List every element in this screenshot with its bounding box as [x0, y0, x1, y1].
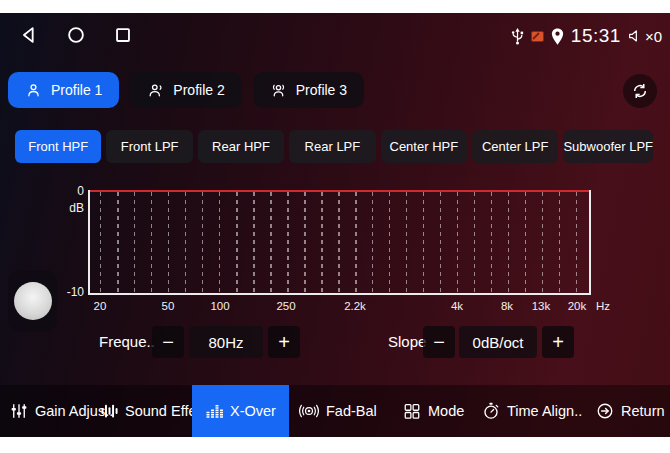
nav-label: Fad-Bal [326, 403, 377, 419]
volume-level: ×0 [645, 28, 662, 45]
refresh-icon [631, 82, 649, 100]
nav-label: Return [621, 403, 665, 419]
sound-effects-icon [100, 402, 118, 420]
knob-container [8, 270, 57, 332]
x-tick: 2.2k [344, 300, 366, 312]
y-axis-label: dB [56, 201, 84, 215]
tab-front-hpf[interactable]: Front HPF [15, 130, 101, 163]
tab-front-lpf[interactable]: Front LPF [106, 130, 192, 163]
x-tick: 8k [501, 300, 513, 312]
nav-sound-effects[interactable]: Sound Effe.. [100, 385, 205, 437]
filter-label: Front LPF [121, 139, 179, 154]
nav-return[interactable]: Return [596, 385, 665, 437]
filter-label: Subwoofer LPF [563, 139, 653, 154]
filter-label: Front HPF [28, 139, 88, 154]
recents-button[interactable] [110, 22, 136, 48]
x-tick: 50 [162, 300, 175, 312]
nav-label: X-Over [230, 403, 276, 419]
filter-label: Rear LPF [305, 139, 361, 154]
volume-status: ×0 [627, 28, 662, 45]
slope-minus-button[interactable]: − [423, 326, 455, 358]
person-icon [25, 82, 42, 99]
android-nav-keys [16, 22, 136, 48]
profile-label: Profile 1 [51, 82, 102, 98]
nav-gain-adjust[interactable]: Gain Adjus.. [10, 385, 113, 437]
rotary-knob[interactable] [14, 282, 52, 320]
tab-rear-hpf[interactable]: Rear HPF [198, 130, 284, 163]
nav-xover[interactable]: X-Over [192, 385, 289, 437]
home-button[interactable] [63, 22, 89, 48]
filter-label: Center LPF [482, 139, 548, 154]
time-align-icon [482, 402, 500, 420]
frequency-value: 80Hz [189, 326, 263, 358]
response-curve [90, 190, 589, 192]
back-button[interactable] [16, 22, 42, 48]
y-axis-tick-0: 0 [60, 184, 84, 198]
xover-icon [205, 402, 223, 420]
tab-subwoofer-lpf[interactable]: Subwoofer LPF [563, 130, 653, 163]
x-tick: 4k [451, 300, 463, 312]
crossover-filter-tabs: Front HPF Front LPF Rear HPF Rear LPF Ce… [15, 130, 653, 163]
slope-label: Slope [388, 326, 426, 358]
x-tick: 13k [532, 300, 551, 312]
nav-mode[interactable]: Mode [403, 385, 464, 437]
tab-center-hpf[interactable]: Center HPF [381, 130, 467, 163]
frequency-label: Freque.. [99, 326, 155, 358]
tab-rear-lpf[interactable]: Rear LPF [289, 130, 375, 163]
slope-plus-button[interactable]: + [542, 326, 574, 358]
nav-label: Mode [428, 403, 464, 419]
fad-bal-icon [299, 402, 319, 420]
gain-adjust-icon [10, 402, 28, 420]
tab-profile-1[interactable]: Profile 1 [8, 72, 119, 108]
bottom-nav-bar: Gain Adjus.. Sound Effe.. [0, 385, 670, 437]
tab-center-lpf[interactable]: Center LPF [472, 130, 558, 163]
person-2-icon [147, 82, 164, 99]
x-axis-unit: Hz [596, 300, 610, 312]
frequency-gridlines [100, 192, 577, 292]
tab-profile-3[interactable]: Profile 3 [253, 72, 364, 108]
mode-icon [403, 402, 421, 420]
x-tick: 100 [210, 300, 229, 312]
tab-profile-2[interactable]: Profile 2 [130, 72, 241, 108]
crossover-plot [88, 190, 591, 295]
filter-label: Center HPF [390, 139, 459, 154]
x-axis-ticks: 20 50 100 250 2.2k 4k 8k 13k 20k Hz [0, 300, 670, 314]
nav-time-align[interactable]: Time Align.. [482, 385, 582, 437]
profile-label: Profile 3 [296, 82, 347, 98]
location-icon [550, 27, 565, 46]
nav-fad-bal[interactable]: Fad-Bal [299, 385, 377, 437]
status-icons: 15:31 ×0 [510, 21, 662, 51]
filter-label: Rear HPF [212, 139, 270, 154]
profile-tabs: Profile 1 Profile 2 Profile 3 [8, 72, 364, 108]
frequency-plus-button[interactable]: + [268, 326, 300, 358]
volume-muted-icon [627, 28, 643, 44]
reset-button[interactable] [623, 74, 657, 108]
usb-icon [510, 26, 525, 46]
x-tick: 250 [276, 300, 295, 312]
x-tick: 20k [568, 300, 587, 312]
sd-card-icon [531, 31, 544, 42]
nav-label: Time Align.. [507, 403, 582, 419]
return-icon [596, 402, 614, 420]
x-tick: 20 [94, 300, 107, 312]
profile-label: Profile 2 [173, 82, 224, 98]
y-axis-tick-min10: -10 [54, 285, 84, 299]
person-3-icon [270, 82, 287, 99]
clock: 15:31 [571, 25, 621, 47]
frequency-minus-button[interactable]: − [152, 326, 184, 358]
slope-value: 0dB/oct [459, 326, 537, 358]
head-unit-screen: 15:31 ×0 Profile 1 Profile 2 Profile 3 [0, 13, 670, 437]
